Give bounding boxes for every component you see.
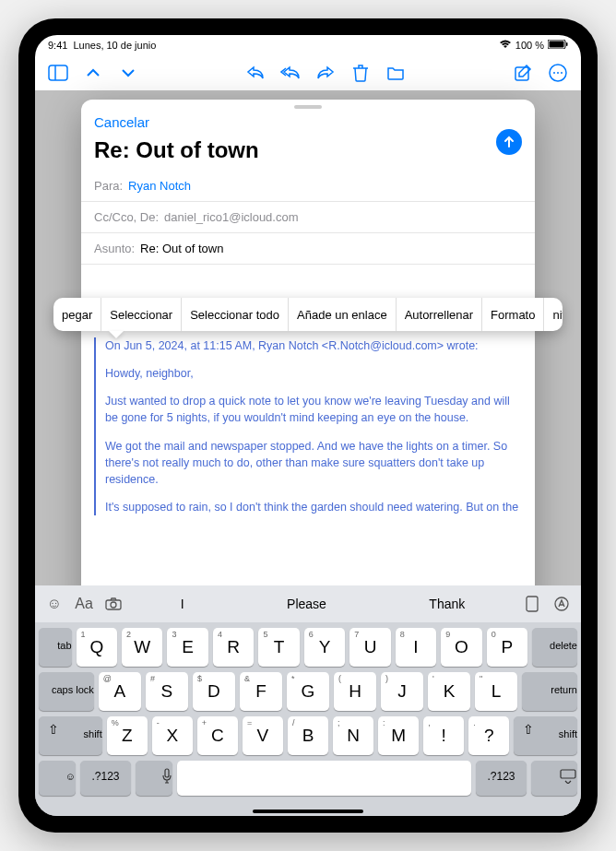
- reply-all-icon[interactable]: [280, 63, 301, 83]
- to-value[interactable]: Ryan Notch: [128, 179, 191, 193]
- key-o[interactable]: 9O: [441, 628, 481, 667]
- key-w[interactable]: 2W: [122, 628, 162, 667]
- wifi-icon: [499, 40, 512, 51]
- trash-icon[interactable]: [350, 63, 371, 83]
- key-row-3: ⇧shift %Z-X+C=V/B;N:M,!.? ⇧shift: [39, 716, 577, 755]
- context-select[interactable]: Seleccionar: [101, 298, 182, 331]
- key-numbers-left[interactable]: .?123: [80, 761, 131, 796]
- key-i[interactable]: 8I: [396, 628, 436, 667]
- key-t[interactable]: 5T: [258, 628, 299, 667]
- key-j[interactable]: )J: [381, 672, 423, 711]
- key-g[interactable]: *G: [287, 672, 329, 711]
- key-q[interactable]: 1Q: [77, 628, 117, 667]
- to-label: Para:: [94, 179, 123, 193]
- quote-para-1: Just wanted to drop a quick note to let …: [105, 393, 522, 426]
- svg-point-11: [111, 602, 116, 608]
- key-capslock[interactable]: caps lock: [39, 672, 94, 711]
- key-row-1: tab 1Q2W3E4R5T6Y7U8I9O0P delete: [39, 628, 577, 667]
- text-format-icon[interactable]: Aa: [70, 590, 98, 618]
- svg-rect-2: [566, 42, 568, 46]
- key-dictation[interactable]: [136, 761, 172, 796]
- subject-field[interactable]: Asunto: Re: Out of town: [81, 233, 535, 265]
- sheet-grabber[interactable]: [294, 105, 322, 109]
- context-paste[interactable]: pegar: [53, 298, 101, 331]
- prediction-3[interactable]: Thank: [414, 597, 480, 611]
- key-h[interactable]: (H: [334, 672, 376, 711]
- key-c[interactable]: +C: [197, 716, 238, 755]
- send-button[interactable]: [496, 129, 522, 155]
- key-b[interactable]: /B: [288, 716, 328, 755]
- context-add-link[interactable]: Añade un enlace: [289, 298, 397, 331]
- context-autofill[interactable]: Autorrellenar: [397, 298, 482, 331]
- mail-toolbar: [35, 55, 581, 90]
- markup-icon[interactable]: [548, 590, 575, 618]
- key-l[interactable]: "L: [475, 672, 517, 711]
- key-shift-right[interactable]: ⇧shift: [514, 716, 577, 755]
- ipad-screen: 9:41 Lunes, 10 de junio 100 %: [35, 35, 581, 816]
- key-emoji[interactable]: ☺: [39, 761, 76, 796]
- key-delete[interactable]: delete: [532, 628, 577, 667]
- battery-icon: [548, 40, 568, 51]
- cc-label: Cc/Cco, De:: [94, 210, 159, 224]
- key-?[interactable]: .?: [468, 716, 509, 755]
- key-![interactable]: ,!: [423, 716, 464, 755]
- key-tab[interactable]: tab: [39, 628, 72, 667]
- folder-icon[interactable]: [385, 63, 406, 83]
- emoji-search-icon[interactable]: ☺: [41, 590, 68, 618]
- key-n[interactable]: ;N: [333, 716, 373, 755]
- svg-point-9: [561, 72, 563, 74]
- prediction-1[interactable]: I: [166, 597, 199, 611]
- key-row-2: caps lock @A#S$D&F*G(H)J'K"L return: [39, 672, 577, 711]
- subject-label: Asunto:: [94, 242, 135, 255]
- quote-para-2: We got the mail and newspaper stopped. A…: [105, 438, 522, 488]
- to-field[interactable]: Para: Ryan Notch: [81, 171, 535, 202]
- scan-doc-icon[interactable]: [518, 590, 546, 618]
- sidebar-icon[interactable]: [48, 63, 68, 83]
- key-return[interactable]: return: [522, 672, 577, 711]
- reply-icon[interactable]: [245, 63, 266, 83]
- quote-greeting: Howdy, neighbor,: [105, 365, 522, 382]
- text-context-menu: pegar Seleccionar Seleccionar todo Añade…: [53, 298, 563, 331]
- key-k[interactable]: 'K: [428, 672, 470, 711]
- key-x[interactable]: -X: [152, 716, 193, 755]
- context-quote-level[interactable]: nivel de cita: [544, 298, 563, 331]
- svg-rect-3: [49, 65, 67, 80]
- compose-icon[interactable]: [513, 63, 533, 83]
- predictive-bar: ☺ Aa I Please Thank: [35, 585, 581, 622]
- key-hide-keyboard[interactable]: [531, 761, 577, 796]
- key-p[interactable]: 0P: [487, 628, 527, 667]
- key-m[interactable]: :M: [378, 716, 419, 755]
- forward-icon[interactable]: [315, 63, 336, 83]
- cancel-button[interactable]: Cancelar: [94, 114, 149, 130]
- svg-point-8: [557, 72, 559, 74]
- key-z[interactable]: %Z: [107, 716, 148, 755]
- key-a[interactable]: @A: [99, 672, 141, 711]
- key-e[interactable]: 3E: [167, 628, 207, 667]
- key-v[interactable]: =V: [243, 716, 283, 755]
- key-numbers-right[interactable]: .?123: [476, 761, 527, 796]
- key-shift-left[interactable]: ⇧shift: [39, 716, 102, 755]
- camera-icon[interactable]: [100, 590, 127, 618]
- onscreen-keyboard: ☺ Aa I Please Thank tab 1Q2W3E4R5T6Y7U8I…: [35, 585, 581, 816]
- compose-title: Re: Out of town: [81, 137, 535, 171]
- key-space[interactable]: [177, 761, 471, 796]
- key-f[interactable]: &F: [240, 672, 282, 711]
- key-u[interactable]: 7U: [349, 628, 390, 667]
- key-r[interactable]: 4R: [213, 628, 254, 667]
- chevron-down-icon[interactable]: [118, 63, 138, 83]
- ipad-device-frame: 9:41 Lunes, 10 de junio 100 %: [18, 18, 598, 833]
- quoted-message: On Jun 5, 2024, at 11:15 AM, Ryan Notch …: [94, 337, 522, 515]
- key-y[interactable]: 6Y: [304, 628, 345, 667]
- cc-field[interactable]: Cc/Cco, De: daniel_rico1@icloud.com: [81, 202, 535, 233]
- chevron-up-icon[interactable]: [83, 63, 103, 83]
- context-select-all[interactable]: Seleccionar todo: [182, 298, 289, 331]
- prediction-2[interactable]: Please: [272, 597, 341, 611]
- more-icon[interactable]: [548, 63, 568, 83]
- key-s[interactable]: #S: [146, 672, 188, 711]
- subject-value: Re: Out of town: [140, 242, 223, 255]
- context-format[interactable]: Formato: [482, 298, 544, 331]
- key-d[interactable]: $D: [193, 672, 235, 711]
- compose-sheet: Cancelar Re: Out of town Para: Ryan Notc…: [81, 100, 535, 613]
- home-indicator[interactable]: [253, 810, 363, 813]
- svg-rect-15: [561, 770, 575, 778]
